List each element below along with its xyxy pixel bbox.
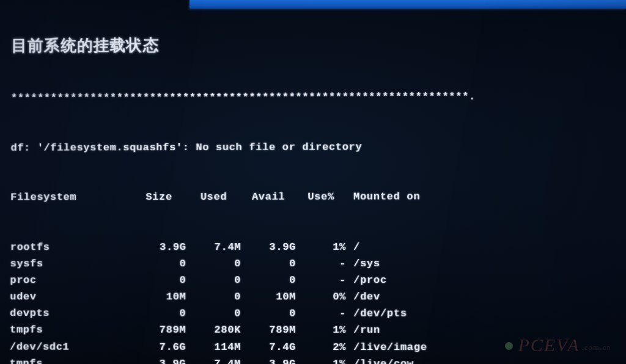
cell-used: 0	[186, 272, 241, 288]
col-avail: Avail	[241, 189, 296, 205]
cell-filesystem: udev	[10, 288, 131, 305]
table-row: proc000-/proc	[10, 272, 621, 289]
cell-filesystem: proc	[10, 272, 131, 288]
cell-usepct: 1%	[296, 322, 346, 338]
table-row: udev10M010M0%/dev	[10, 288, 622, 305]
cell-used: 0	[186, 288, 241, 305]
cell-used: 280K	[186, 322, 241, 338]
cell-size: 3.9G	[131, 239, 186, 255]
table-row: tmpfs3.9G7.4M3.9G1%/live/cow	[10, 355, 622, 364]
cell-mount: /	[346, 238, 360, 255]
col-used: Used	[186, 189, 241, 205]
cell-mount: /live/cow	[346, 355, 414, 364]
df-header: FilesystemSizeUsedAvailUse%Mounted on	[10, 188, 621, 206]
cell-usepct: 0%	[296, 288, 346, 305]
cell-mount: /sys	[346, 255, 380, 272]
cell-used: 7.4M	[186, 239, 241, 255]
cell-avail: 789M	[241, 322, 296, 338]
cell-usepct: -	[296, 272, 346, 288]
watermark-suffix: .com.cn	[582, 343, 612, 352]
cell-size: 10M	[131, 288, 186, 305]
cell-avail: 7.4G	[241, 338, 296, 355]
table-row: sysfs000-/sys	[10, 255, 622, 272]
divider: ****************************************…	[11, 88, 620, 106]
cell-used: 0	[186, 255, 241, 272]
col-filesystem: Filesystem	[10, 189, 131, 205]
section-header: 目前系统的挂载状态	[11, 37, 620, 56]
cell-mount: /live/image	[346, 338, 427, 355]
cell-filesystem: tmpfs	[10, 355, 131, 364]
cell-usepct: -	[296, 255, 346, 272]
cell-usepct: 1%	[296, 355, 346, 364]
cell-mount: /run	[346, 322, 380, 338]
df-error: df: '/filesystem.squashfs': No such file…	[10, 138, 620, 156]
cell-used: 7.4M	[186, 355, 241, 364]
cell-mount: /dev	[346, 288, 380, 305]
cell-usepct: 1%	[296, 238, 346, 255]
watermark-brand: PCEVA	[518, 335, 580, 355]
cell-used: 0	[186, 305, 241, 322]
cell-size: 0	[131, 305, 186, 322]
cell-avail: 0	[241, 255, 296, 272]
table-row: devpts000-/dev/pts	[10, 305, 622, 322]
cell-filesystem: devpts	[10, 305, 131, 322]
watermark: ●PCEVA.com.cn	[503, 335, 611, 355]
cell-mount: /proc	[346, 272, 387, 288]
cell-avail: 10M	[241, 288, 296, 305]
table-row: rootfs3.9G7.4M3.9G1%/	[10, 238, 622, 255]
cell-size: 789M	[131, 322, 186, 338]
cell-mount: /dev/pts	[346, 305, 407, 322]
cell-filesystem: rootfs	[10, 239, 131, 255]
col-mounted: Mounted on	[346, 188, 420, 205]
col-usepct: Use%	[296, 189, 346, 205]
cell-used: 114M	[186, 338, 241, 355]
terminal-output: 目前系统的挂载状态 ******************************…	[9, 3, 624, 364]
cell-size: 7.6G	[131, 338, 186, 355]
cell-avail: 0	[241, 305, 296, 322]
cell-avail: 3.9G	[241, 238, 296, 255]
cell-filesystem: sysfs	[10, 255, 131, 272]
cell-avail: 0	[241, 272, 296, 288]
cell-filesystem: tmpfs	[10, 322, 131, 338]
col-size: Size	[131, 189, 186, 205]
cell-size: 0	[131, 272, 186, 288]
cell-filesystem: /dev/sdc1	[10, 338, 131, 355]
cell-usepct: -	[296, 305, 346, 322]
cell-avail: 3.9G	[241, 355, 296, 364]
cell-size: 3.9G	[131, 355, 186, 364]
cell-usepct: 2%	[296, 338, 346, 355]
cell-size: 0	[131, 255, 186, 272]
